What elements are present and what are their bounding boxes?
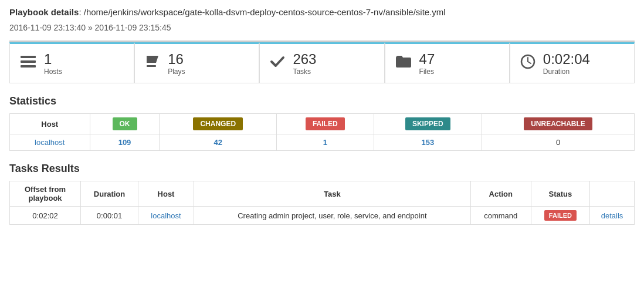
duration-icon	[520, 53, 536, 74]
summary-card-duration: 0:02:04 Duration	[510, 42, 635, 83]
stats-col-skipped: SKIPPED	[374, 114, 482, 134]
stats-changed: 42	[160, 134, 277, 151]
svg-line-7	[528, 62, 531, 63]
summary-card-hosts: 1 Hosts	[9, 42, 134, 83]
duration-label: Duration	[543, 68, 590, 76]
task-duration: 0:00:01	[81, 207, 138, 225]
stats-col-changed: CHANGED	[160, 114, 277, 134]
tasks-number: 263	[293, 51, 316, 68]
files-label: Files	[419, 68, 435, 76]
tasks-col-host: Host	[138, 181, 194, 207]
tasks-row: 0:02:02 0:00:01 localhost Creating admin…	[10, 207, 635, 225]
summary-card-files: 47 Files	[385, 42, 510, 83]
task-offset: 0:02:02	[10, 207, 81, 225]
summary-cards: 1 Hosts 16 Plays 263 Tasks	[9, 41, 635, 83]
tasks-col-status: Status	[531, 181, 589, 207]
statistics-table: Host OK CHANGED FAILED SKIPPED UNREACHAB…	[9, 113, 635, 151]
stats-skipped: 153	[374, 134, 482, 151]
tasks-col-duration: Duration	[81, 181, 138, 207]
date-range: 2016-11-09 23:13:40 » 2016-11-09 23:15:4…	[9, 23, 635, 32]
hosts-number: 1	[44, 51, 62, 68]
stats-unreachable: 0	[482, 134, 635, 151]
plays-label: Plays	[168, 68, 185, 76]
tasks-table: Offset fromplaybook Duration Host Task A…	[9, 181, 635, 225]
task-details[interactable]: details	[590, 207, 635, 225]
duration-number: 0:02:04	[543, 51, 590, 68]
tasks-results-title: Tasks Results	[9, 163, 635, 175]
svg-rect-1	[21, 60, 36, 63]
tasks-col-action: Action	[470, 181, 531, 207]
hosts-icon	[19, 53, 37, 74]
stats-failed: 1	[277, 134, 374, 151]
tasks-col-task: Task	[194, 181, 470, 207]
stats-col-failed: FAILED	[277, 114, 374, 134]
svg-rect-4	[147, 65, 156, 67]
task-action: command	[470, 207, 531, 225]
summary-card-plays: 16 Plays	[134, 42, 259, 83]
plays-icon	[144, 53, 161, 74]
title-label: Playbook details	[9, 7, 79, 17]
hosts-label: Hosts	[44, 68, 62, 76]
task-desc: Creating admin project, user, role, serv…	[194, 207, 470, 225]
stats-ok: 109	[90, 134, 160, 151]
stats-col-unreachable: UNREACHABLE	[482, 114, 635, 134]
stats-col-host: Host	[10, 114, 90, 134]
stats-row: localhost 109 42 1 153 0	[10, 134, 635, 151]
tasks-col-offset: Offset fromplaybook	[10, 181, 81, 207]
files-icon	[395, 53, 412, 74]
title-path: : /home/jenkins/workspace/gate-kolla-dsv…	[79, 7, 445, 17]
task-status: FAILED	[531, 207, 589, 225]
tasks-icon	[269, 53, 286, 74]
stats-col-ok: OK	[90, 114, 160, 134]
tasks-label: Tasks	[293, 68, 316, 76]
svg-rect-0	[21, 56, 36, 58]
summary-card-tasks: 263 Tasks	[259, 42, 384, 83]
plays-number: 16	[168, 51, 185, 68]
files-number: 47	[419, 51, 435, 68]
tasks-col-details	[590, 181, 635, 207]
task-host[interactable]: localhost	[138, 207, 194, 225]
stats-host[interactable]: localhost	[10, 134, 90, 151]
page-title: Playbook details: /home/jenkins/workspac…	[9, 6, 635, 18]
statistics-title: Statistics	[9, 95, 635, 107]
svg-rect-2	[21, 65, 36, 68]
svg-marker-3	[147, 56, 158, 63]
